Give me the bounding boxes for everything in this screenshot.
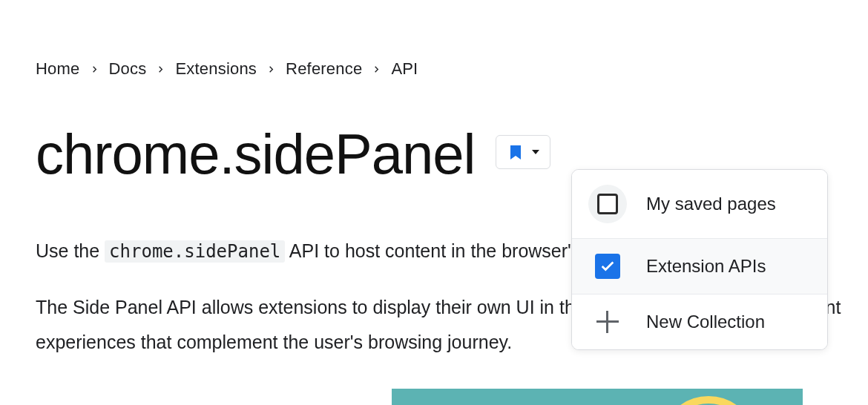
chevron-right-icon	[372, 65, 381, 73]
breadcrumb-home[interactable]: Home	[36, 59, 80, 79]
chevron-right-icon	[91, 65, 99, 73]
chevron-right-icon	[267, 65, 275, 73]
page-title: chrome.sidePanel	[36, 122, 475, 186]
collection-item-extension-apis[interactable]: Extension APIs	[572, 239, 827, 294]
illustration-strip	[392, 389, 803, 405]
breadcrumb-docs[interactable]: Docs	[109, 59, 147, 79]
collection-item-my-saved-pages[interactable]: My saved pages	[572, 170, 827, 239]
code-inline: chrome.sidePanel	[105, 240, 285, 263]
breadcrumb-api[interactable]: API	[391, 59, 418, 79]
breadcrumb-extensions[interactable]: Extensions	[175, 59, 257, 79]
chevron-right-icon	[157, 65, 165, 73]
breadcrumb: Home Docs Extensions Reference API	[36, 59, 868, 79]
new-collection-label: New Collection	[646, 312, 765, 332]
checkbox-checked-icon	[595, 254, 620, 279]
checkbox-circle	[588, 185, 627, 223]
bookmark-dropdown-button[interactable]	[496, 135, 550, 169]
intro-text: Use the	[36, 240, 105, 261]
new-collection-button[interactable]: New Collection	[572, 294, 827, 349]
caret-down-icon	[532, 150, 539, 154]
plus-icon	[595, 309, 620, 335]
bookmark-icon	[507, 143, 525, 161]
checkbox-unchecked-icon	[597, 194, 618, 214]
bookmark-dropdown-menu: My saved pages Extension APIs New Collec…	[571, 169, 828, 350]
breadcrumb-reference[interactable]: Reference	[286, 59, 362, 79]
collection-label: Extension APIs	[646, 256, 766, 277]
collection-label: My saved pages	[646, 194, 776, 214]
